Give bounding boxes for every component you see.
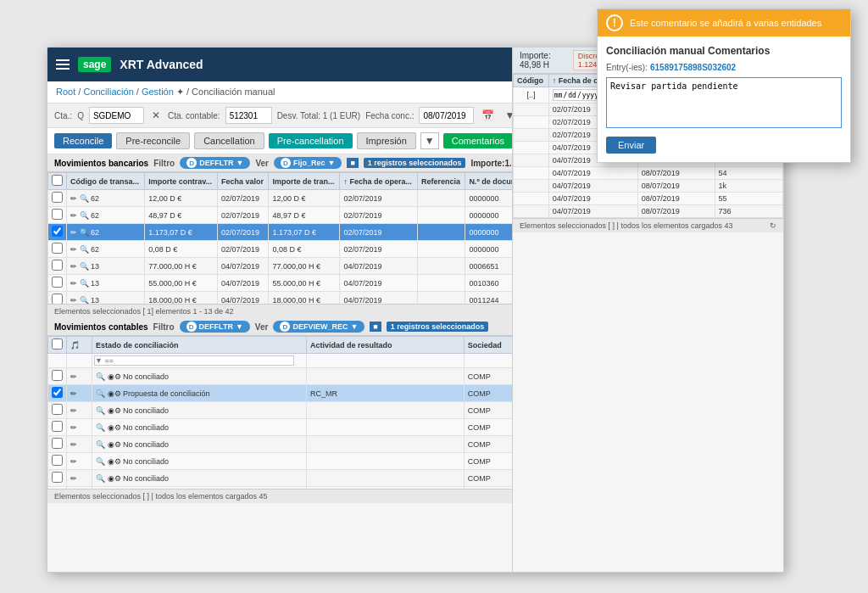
right-panel: Importe: 48,98 H Discrepancia total: 1.1… [512, 154, 783, 572]
row-check-b-3[interactable] [52, 243, 63, 254]
search-icon-c[interactable]: 🔍 [96, 474, 105, 483]
ver-value-c: DEFVIEW_REC [292, 322, 348, 331]
comment-body: Conciliación manual Comentarios Entry(-i… [598, 36, 850, 162]
comment-title: Conciliación manual Comentarios [606, 45, 842, 57]
send-button[interactable]: Enviar [606, 137, 656, 154]
th-check-b[interactable] [48, 173, 67, 190]
row-check-b-5[interactable] [52, 277, 63, 288]
row-check-c-2[interactable] [52, 387, 63, 398]
pencil-icon[interactable]: ✏ [70, 296, 77, 305]
right-table-container[interactable]: Código ↑ Fecha de operación Fecha valor … [513, 154, 783, 218]
pencil-icon-c[interactable]: ✏ [70, 372, 77, 381]
breadcrumb-root[interactable]: Root [56, 87, 75, 97]
pencil-icon-c[interactable]: ✏ [70, 423, 77, 432]
fecha-label: Fecha conc.: [365, 111, 414, 120]
cta-icon: Q [77, 111, 84, 120]
ver-pill-c[interactable]: D DEFVIEW_REC ▼ [273, 321, 364, 333]
search-icon-c[interactable]: 🔍 [96, 389, 105, 398]
elements-bar-right: Elementos seleccionados [ ] | todos los … [513, 218, 783, 232]
impresion-button[interactable]: Impresión [357, 132, 416, 149]
th-fecha-valor-b[interactable]: Fecha valor [218, 173, 269, 190]
ver-label-c: Ver [255, 322, 269, 332]
th-estado-c[interactable]: Estado de conciliación [92, 337, 307, 354]
search-icon[interactable]: 🔍 [80, 296, 89, 305]
search-icon[interactable]: 🔍 [80, 262, 89, 271]
table-row[interactable]: 04/07/2019 08/07/2019 736 [514, 205, 783, 218]
elements-bar-text-right: Elementos seleccionados [ ] | todos los … [520, 221, 732, 230]
refresh-icon-r[interactable]: ↻ [770, 221, 776, 230]
row-check-c-3[interactable] [52, 404, 63, 415]
th-actividad-c[interactable]: Actividad de resultado [306, 337, 464, 354]
th-code-b[interactable]: Código de transa... [67, 173, 145, 190]
th-importe-trans-b[interactable]: Importe de tran... [269, 173, 340, 190]
hamburger-menu[interactable] [56, 59, 70, 70]
search-icon[interactable]: 🔍 [80, 228, 89, 237]
fecha-input[interactable] [419, 107, 474, 124]
cta-label: Cta.: [54, 111, 72, 120]
blue-sq-b: ■ [347, 158, 358, 168]
cancellation-button[interactable]: Cancellation [194, 132, 264, 149]
pre-reconcile-button[interactable]: Pre-reconcile [116, 132, 190, 149]
search-icon[interactable]: 🔍 [80, 194, 89, 203]
row-check-b-4[interactable] [52, 260, 63, 271]
pencil-icon[interactable]: ✏ [70, 279, 77, 288]
ver-pill-b[interactable]: D Fijo_Rec ▼ [274, 157, 342, 169]
breadcrumb-gestion[interactable]: Gestión [142, 87, 174, 97]
breadcrumb-conciliacion[interactable]: Conciliación [83, 87, 133, 97]
row-check-c-5[interactable] [52, 438, 63, 449]
cta-contable-label: Cta. contable: [168, 111, 220, 120]
comentarios-button[interactable]: Comentarios [443, 133, 513, 148]
alert-circle-icon: ! [606, 14, 623, 31]
th-fecha-op-b[interactable]: ↑ Fecha de opera... [340, 173, 418, 190]
pre-cancellation-button[interactable]: Pre-cancellation [269, 133, 353, 148]
search-icon[interactable]: 🔍 [80, 211, 89, 220]
pencil-icon[interactable]: ✏ [70, 228, 77, 237]
row-check-b-6[interactable] [52, 294, 63, 304]
cta-input[interactable] [89, 107, 144, 124]
pencil-icon-c[interactable]: ✏ [70, 457, 77, 466]
th-importe-contra-b[interactable]: Importe contrav... [145, 173, 218, 190]
d-circle-ver-c: D [280, 322, 290, 332]
select-all-b[interactable] [52, 175, 63, 186]
th-ref-b[interactable]: Referencia [418, 173, 465, 190]
search-icon-c[interactable]: 🔍 [96, 457, 105, 466]
row-check-c-1[interactable] [52, 370, 63, 381]
row-check-b-1[interactable] [52, 209, 63, 220]
alert-text: Este comentario se añadirá a varias enti… [630, 18, 821, 28]
row-check-b-0[interactable] [52, 192, 63, 203]
search-icon-c[interactable]: 🔍 [96, 406, 105, 415]
pencil-icon-c[interactable]: ✏ [70, 406, 77, 415]
pencil-icon-c[interactable]: ✏ [70, 440, 77, 449]
th-check-c[interactable] [48, 337, 67, 354]
search-icon-c[interactable]: 🔍 [96, 440, 105, 449]
table-row[interactable]: 04/07/2019 08/07/2019 54 [514, 167, 783, 180]
row-check-c-6[interactable] [52, 455, 63, 466]
comment-textarea[interactable] [606, 77, 842, 128]
cta-contable-input[interactable] [225, 107, 272, 124]
impresion-dropdown-icon[interactable]: ▼ [420, 132, 439, 149]
table-row[interactable]: 04/07/2019 08/07/2019 1k [514, 180, 783, 193]
filter-pill-b[interactable]: D DEFFLTR ▼ [180, 157, 250, 169]
search-icon-c[interactable]: 🔍 [96, 372, 105, 381]
pencil-icon[interactable]: ✏ [70, 194, 77, 203]
filter-pill-c[interactable]: D DEFFLTR ▼ [180, 321, 250, 333]
search-icon[interactable]: 🔍 [80, 279, 89, 288]
pencil-icon[interactable]: ✏ [70, 245, 77, 254]
filter-estado-c[interactable] [94, 355, 294, 366]
row-check-b-2[interactable] [52, 226, 63, 237]
pencil-icon[interactable]: ✏ [70, 211, 77, 220]
table-row[interactable]: 04/07/2019 08/07/2019 55 [514, 193, 783, 205]
reconcile-button[interactable]: Reconcile [54, 133, 112, 148]
row-check-c-7[interactable] [52, 472, 63, 483]
pencil-icon-c[interactable]: ✏ [70, 474, 77, 483]
search-icon[interactable]: 🔍 [80, 245, 89, 254]
calendar-icon[interactable]: 📅 [479, 109, 497, 122]
pencil-icon-c[interactable]: ✏ [70, 389, 77, 398]
select-all-c[interactable] [52, 338, 63, 350]
pencil-icon[interactable]: ✏ [70, 262, 77, 271]
search-icon-c[interactable]: 🔍 [96, 423, 105, 432]
d-circle-b: D [186, 158, 197, 168]
cta-clear-icon[interactable]: ✕ [149, 109, 163, 122]
concil-icons: ◉⚙ [108, 372, 121, 381]
row-check-c-4[interactable] [52, 421, 63, 432]
